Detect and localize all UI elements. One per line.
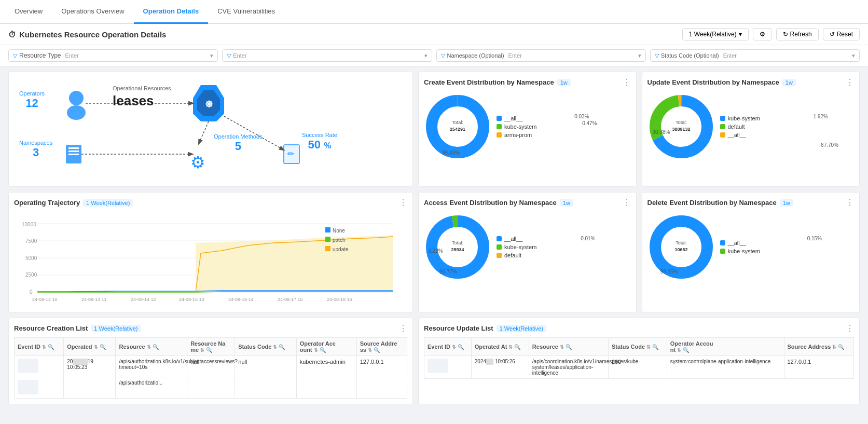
svg-text:254291: 254291	[450, 127, 465, 132]
svg-text:24-08-17 15: 24-08-17 15	[278, 297, 303, 302]
svg-text:24-08-16 14: 24-08-16 14	[228, 297, 254, 302]
namespaces-stat: Namespaces 3	[19, 140, 52, 159]
main-content: ⎈ ⚙ ✏	[0, 66, 868, 409]
svg-text:Total:: Total:	[676, 240, 687, 245]
table-row: /apis/authorizatio...	[15, 377, 407, 399]
svg-text:7500: 7500	[25, 238, 37, 244]
chevron-down-icon: ▾	[852, 52, 855, 59]
creation-list-header: Resource Creation List 1 Week(Relative) …	[14, 323, 407, 333]
svg-line-14	[199, 121, 209, 144]
trajectory-menu[interactable]: ⋮	[399, 198, 407, 208]
delete-chart-card: Delete Event Distribution by Namespace 1…	[642, 192, 860, 312]
page-title: ⏱ Kubernetes Resource Operation Details	[8, 30, 166, 39]
event-id-avatar-u	[428, 359, 448, 373]
filter-resource-type[interactable]: ▽ Resource Type Enter ▾	[8, 49, 218, 62]
filter-icon: ▽	[227, 52, 231, 59]
tab-overview[interactable]: Overview	[5, 0, 52, 24]
chart-menu-access[interactable]: ⋮	[623, 198, 631, 208]
row-3: Resource Creation List 1 Week(Relative) …	[8, 318, 860, 404]
resource-name: leases	[113, 93, 154, 109]
col-operator-account: Operator Account⇅🔍	[296, 338, 356, 356]
svg-text:10652: 10652	[674, 247, 687, 252]
chart-header-delete: Delete Event Distribution by Namespace 1…	[647, 198, 855, 208]
chevron-down-icon: ▾	[638, 52, 641, 59]
tab-operations-overview[interactable]: Operations Overview	[52, 0, 133, 24]
update-donut-svg: Total: 3889132	[647, 93, 715, 160]
col-status-code: Status Code⇅🔍	[235, 338, 296, 356]
chart-menu-create[interactable]: ⋮	[623, 77, 631, 87]
reset-button[interactable]: ↺ Reset	[823, 28, 860, 40]
col-resource-name: Resource Name⇅🔍	[187, 338, 235, 356]
creation-list-card: Resource Creation List 1 Week(Relative) …	[8, 318, 413, 404]
svg-text:5000: 5000	[25, 255, 37, 261]
trajectory-chart: 0 2500 5000 7500 10000	[14, 212, 398, 305]
svg-text:Total:: Total:	[452, 120, 463, 125]
svg-text:patch: patch	[333, 237, 345, 243]
time-range-button[interactable]: 1 Week(Relative) ▾	[682, 28, 749, 40]
delete-donut: Total: 10652 __all__ kube-system	[647, 211, 855, 283]
svg-marker-38	[196, 235, 393, 292]
chart-menu-delete[interactable]: ⋮	[846, 198, 854, 208]
op-methods-stat: Operation Methods 5	[214, 133, 263, 153]
col-source-address: Source Address⇅🔍	[356, 338, 407, 356]
trajectory-badge: 1 Week(Relative)	[83, 199, 133, 207]
settings-button[interactable]: ⚙	[753, 28, 772, 40]
overview-content: ⎈ ⚙ ✏	[14, 77, 407, 181]
tab-bar: Overview Operations Overview Operation D…	[0, 0, 868, 24]
app-container: Overview Operations Overview Operation D…	[0, 0, 868, 409]
create-chart-card: Create Event Distribution by Namespace 1…	[418, 72, 637, 187]
svg-rect-5	[68, 151, 79, 152]
tab-cve[interactable]: CVE Vulnerabilities	[208, 0, 284, 24]
svg-text:2500: 2500	[25, 272, 37, 278]
refresh-icon: ↻	[783, 31, 788, 38]
reset-icon: ↺	[830, 31, 835, 38]
update-list-badge: 1 Week(Relative)	[497, 325, 546, 332]
update-list-table: Event ID⇅🔍 Operated At⇅🔍 Resource⇅🔍 Stat…	[424, 337, 854, 379]
filter-second[interactable]: ▽ Enter ▾	[222, 49, 432, 62]
svg-text:⚙: ⚙	[190, 153, 205, 172]
tab-operation-details[interactable]: Operation Details	[134, 0, 209, 24]
filter-namespace[interactable]: ▽ Namespace (Optional) Enter ▾	[436, 49, 646, 62]
creation-list-badge: 1 Week(Relative)	[91, 325, 141, 332]
svg-point-1	[69, 91, 84, 105]
update-chart-card: Update Event Distribution by Namespace 1…	[642, 72, 860, 187]
svg-text:10000: 10000	[22, 222, 36, 227]
row-2: Operating Trajectory 1 Week(Relative) ⋮ …	[8, 192, 860, 312]
event-id-avatar-2	[18, 380, 38, 394]
update-donut: Total: 3889132 kube-system default __all…	[647, 90, 855, 163]
svg-text:24-08-15 13: 24-08-15 13	[179, 297, 204, 302]
delete-legend: __all__ kube-system	[720, 240, 760, 254]
event-id-avatar	[18, 359, 38, 373]
refresh-button[interactable]: ↻ Refresh	[776, 28, 819, 40]
col-source-address-u: Source Address⇅🔍	[784, 338, 854, 356]
delete-donut-svg: Total: 10652	[647, 213, 715, 281]
creation-list-title: Resource Creation List	[14, 324, 88, 332]
charts-right-top: Create Event Distribution by Namespace 1…	[418, 72, 860, 187]
update-legend: kube-system default __all__	[720, 115, 760, 138]
chart-menu-update[interactable]: ⋮	[846, 77, 854, 87]
chevron-down-icon: ▾	[424, 52, 428, 59]
chart-title-access: Access Event Distribution by Namespace	[424, 199, 557, 207]
filter-status-code[interactable]: ▽ Status Code (Optional) Enter ▾	[650, 49, 860, 62]
creation-list-menu[interactable]: ⋮	[399, 323, 407, 333]
chart-badge-create: 1w	[557, 79, 571, 86]
svg-point-2	[67, 105, 86, 120]
table-row: 2024██ 10:05:26 /apis/coordination.k8s.i…	[424, 356, 854, 379]
chart-header-update: Update Event Distribution by Namespace 1…	[647, 77, 855, 87]
svg-rect-48	[325, 237, 330, 242]
access-donut-svg: Total: 28934	[424, 213, 491, 281]
update-list-title: Resource Update List	[424, 324, 493, 332]
table-row: 20████1910:05:23 /apis/authorization.k8s…	[15, 356, 407, 377]
creation-list-table: Event ID⇅🔍 Operated⇅🔍 Resource⇅🔍 Resourc…	[14, 337, 407, 399]
chart-badge-access: 1w	[560, 199, 573, 207]
svg-text:update: update	[333, 247, 349, 252]
filter-icon: ▽	[441, 52, 445, 59]
col-operator-account-u: Operator Account⇅🔍	[667, 338, 784, 356]
svg-text:0: 0	[30, 289, 33, 295]
trajectory-title: Operating Trajectory	[14, 199, 80, 207]
trajectory-card: Operating Trajectory 1 Week(Relative) ⋮ …	[8, 192, 413, 312]
svg-text:Total:: Total:	[676, 120, 687, 125]
svg-rect-50	[325, 246, 330, 251]
update-list-menu[interactable]: ⋮	[846, 323, 854, 333]
svg-text:⎈: ⎈	[205, 97, 213, 110]
